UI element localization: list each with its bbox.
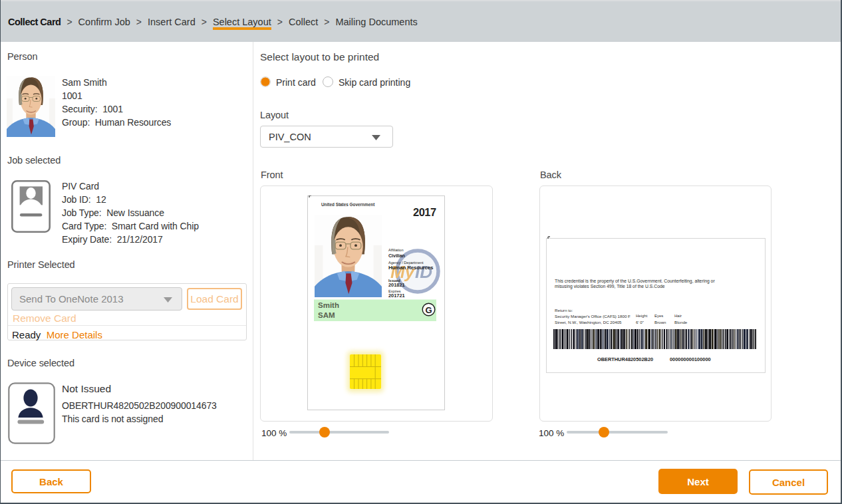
svg-text:2017: 2017 xyxy=(413,206,436,218)
svg-text:United States Government: United States Government xyxy=(321,202,375,207)
svg-text:OBERTHUR4820502B20: OBERTHUR4820502B20 xyxy=(597,356,653,362)
svg-text:Affiliation: Affiliation xyxy=(388,248,404,252)
svg-text:Brown: Brown xyxy=(654,320,666,324)
svg-text:000000000100000: 000000000100000 xyxy=(670,356,711,362)
svg-text:Street, N.W., Washington, DC 2: Street, N.W., Washington, DC 20405 xyxy=(555,320,622,324)
svg-text:SAM: SAM xyxy=(318,311,335,319)
svg-text:Height: Height xyxy=(636,314,648,318)
svg-text:G: G xyxy=(425,305,432,315)
svg-text:Blonde: Blonde xyxy=(674,320,688,324)
svg-text:Eyes: Eyes xyxy=(654,314,663,318)
svg-text:6' 0": 6' 0" xyxy=(636,320,644,324)
svg-text:Security Manager's Office (CAF: Security Manager's Office (CAFS) 1800 F xyxy=(555,314,631,318)
svg-text:201821: 201821 xyxy=(388,282,405,288)
svg-text:201721: 201721 xyxy=(388,293,405,299)
svg-text:Return to:: Return to: xyxy=(555,308,573,313)
svg-text:This credential is the propert: This credential is the property of the U… xyxy=(555,279,715,284)
svg-text:Smith: Smith xyxy=(318,301,339,309)
svg-text:Hair: Hair xyxy=(674,314,682,318)
svg-text:Civilian: Civilian xyxy=(388,253,405,258)
svg-text:Human Resources: Human Resources xyxy=(388,265,434,271)
svg-text:misusing violates Section 499,: misusing violates Section 499, Title 18 … xyxy=(555,284,665,289)
